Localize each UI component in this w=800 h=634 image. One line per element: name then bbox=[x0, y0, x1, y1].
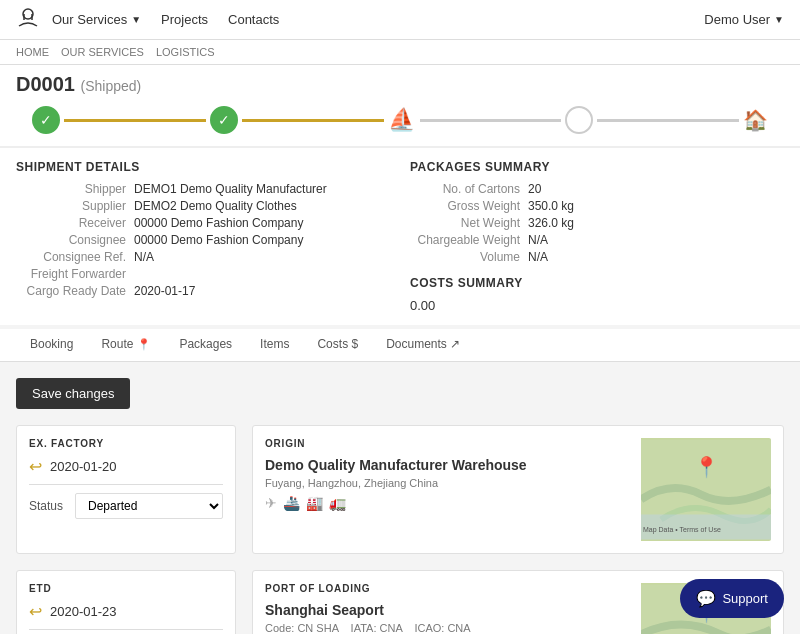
packages-summary-title: PACKAGES SUMMARY bbox=[410, 160, 784, 174]
origin-label: ORIGIN bbox=[265, 438, 641, 449]
port-codes: Code: CN SHA IATA: CNA ICAO: CNA bbox=[265, 622, 641, 634]
breadcrumb-home[interactable]: HOME bbox=[16, 46, 49, 58]
port-loading-label: PORT OF LOADING bbox=[265, 583, 641, 594]
detail-consignee-ref: Consignee Ref. N/A bbox=[16, 250, 390, 264]
page-header: D0001 (Shipped) ✓ ✓ ⛵ 🏠 bbox=[0, 65, 800, 147]
etd-label: ETD bbox=[29, 583, 223, 594]
page-title: D0001 (Shipped) bbox=[16, 73, 784, 96]
ex-factory-date: 2020-01-20 bbox=[50, 459, 117, 474]
user-menu[interactable]: Demo User ▼ bbox=[704, 12, 784, 27]
breadcrumb: HOME OUR SERVICES LOGISTICS bbox=[0, 40, 800, 65]
pkg-gross-weight: Gross Weight 350.0 kg bbox=[410, 199, 784, 213]
etd-card: ETD ↩ 2020-01-23 Status Departed Pending… bbox=[16, 570, 236, 634]
breadcrumb-our-services[interactable]: OUR SERVICES bbox=[61, 46, 144, 58]
detail-receiver: Receiver 00000 Demo Fashion Company bbox=[16, 216, 390, 230]
truck-icon: 🚛 bbox=[329, 495, 346, 511]
tab-packages[interactable]: Packages bbox=[165, 329, 246, 361]
top-navigation: Our Services ▼ Projects Contacts Demo Us… bbox=[0, 0, 800, 40]
app-logo bbox=[16, 6, 40, 33]
etd-port-loading-row: ETD ↩ 2020-01-23 Status Departed Pending… bbox=[16, 570, 784, 634]
progress-line-4 bbox=[597, 119, 739, 122]
save-button[interactable]: Save changes bbox=[16, 378, 130, 409]
chevron-down-icon: ▼ bbox=[131, 14, 141, 25]
detail-consignee: Consignee 00000 Demo Fashion Company bbox=[16, 233, 390, 247]
etd-date-row: ↩ 2020-01-23 bbox=[29, 602, 223, 621]
etd-date: 2020-01-23 bbox=[50, 604, 117, 619]
port-loading-name: Shanghai Seaport bbox=[265, 602, 641, 618]
progress-step-house: 🏠 bbox=[743, 108, 768, 132]
progress-line-1 bbox=[64, 119, 206, 122]
costs-summary-title: COSTS SUMMARY bbox=[410, 276, 784, 290]
detail-shipper: Shipper DEMO1 Demo Quality Manufacturer bbox=[16, 182, 390, 196]
origin-map: Map Data • Terms of Use 📍 bbox=[641, 438, 771, 541]
pkg-cartons: No. of Cartons 20 bbox=[410, 182, 784, 196]
warehouse-icon: 🏭 bbox=[306, 495, 323, 511]
packages-summary: PACKAGES SUMMARY No. of Cartons 20 Gross… bbox=[390, 160, 784, 313]
shipment-details-title: SHIPMENT DETAILS bbox=[16, 160, 390, 174]
ex-factory-label: EX. FACTORY bbox=[29, 438, 223, 449]
costs-summary: COSTS SUMMARY 0.00 bbox=[410, 276, 784, 313]
detail-supplier: Supplier DEMO2 Demo Quality Clothes bbox=[16, 199, 390, 213]
progress-step-3 bbox=[565, 106, 593, 134]
progress-step-2: ✓ bbox=[210, 106, 238, 134]
tab-bar: Booking Route 📍 Packages Items Costs $ D… bbox=[0, 329, 800, 362]
support-icon: 💬 bbox=[696, 589, 716, 608]
details-section: SHIPMENT DETAILS Shipper DEMO1 Demo Qual… bbox=[0, 147, 800, 325]
transport-icons: ✈ 🚢 🏭 🚛 bbox=[265, 495, 641, 511]
tab-booking[interactable]: Booking bbox=[16, 329, 87, 361]
tab-route[interactable]: Route 📍 bbox=[87, 329, 165, 361]
tab-costs[interactable]: Costs $ bbox=[303, 329, 372, 361]
support-button[interactable]: 💬 Support bbox=[680, 579, 784, 618]
origin-address: Fuyang, Hangzhou, Zhejiang China bbox=[265, 477, 641, 489]
shipment-details: SHIPMENT DETAILS Shipper DEMO1 Demo Qual… bbox=[16, 160, 390, 313]
origin-card: ORIGIN Demo Quality Manufacturer Warehou… bbox=[252, 425, 784, 554]
divider bbox=[29, 484, 223, 485]
progress-bar: ✓ ✓ ⛵ 🏠 bbox=[16, 106, 784, 146]
calendar-icon: ↩ bbox=[29, 457, 42, 476]
nav-our-services[interactable]: Our Services ▼ bbox=[52, 12, 141, 27]
map-pin: 📍 bbox=[694, 455, 719, 479]
plane-icon: ✈ bbox=[265, 495, 277, 511]
status-badge: (Shipped) bbox=[81, 78, 142, 94]
nav-projects[interactable]: Projects bbox=[161, 12, 208, 27]
tab-items[interactable]: Items bbox=[246, 329, 303, 361]
pkg-net-weight: Net Weight 326.0 kg bbox=[410, 216, 784, 230]
svg-text:Map Data • Terms of Use: Map Data • Terms of Use bbox=[643, 526, 721, 534]
breadcrumb-logistics[interactable]: LOGISTICS bbox=[156, 46, 215, 58]
ex-factory-origin-row: EX. FACTORY ↩ 2020-01-20 Status Departed… bbox=[16, 425, 784, 554]
pkg-volume: Volume N/A bbox=[410, 250, 784, 264]
calendar-icon-etd: ↩ bbox=[29, 602, 42, 621]
pkg-chargeable-weight: Chargeable Weight N/A bbox=[410, 233, 784, 247]
detail-freight-forwarder: Freight Forwarder bbox=[16, 267, 390, 281]
progress-line-3 bbox=[420, 119, 562, 122]
costs-value: 0.00 bbox=[410, 298, 784, 313]
ship-icon: 🚢 bbox=[283, 495, 300, 511]
tab-documents[interactable]: Documents ↗ bbox=[372, 329, 474, 361]
origin-name: Demo Quality Manufacturer Warehouse bbox=[265, 457, 641, 473]
progress-line-2 bbox=[242, 119, 384, 122]
divider-etd bbox=[29, 629, 223, 630]
nav-contacts[interactable]: Contacts bbox=[228, 12, 279, 27]
detail-cargo-ready-date: Cargo Ready Date 2020-01-17 bbox=[16, 284, 390, 298]
port-loading-content: PORT OF LOADING Shanghai Seaport Code: C… bbox=[265, 583, 641, 634]
support-label: Support bbox=[722, 591, 768, 606]
ex-factory-date-row: ↩ 2020-01-20 bbox=[29, 457, 223, 476]
ex-factory-card: EX. FACTORY ↩ 2020-01-20 Status Departed… bbox=[16, 425, 236, 554]
progress-step-ship: ⛵ bbox=[388, 106, 416, 134]
chevron-down-icon: ▼ bbox=[774, 14, 784, 25]
route-icon: 📍 bbox=[137, 338, 151, 351]
progress-step-1: ✓ bbox=[32, 106, 60, 134]
ex-factory-status-label: Status bbox=[29, 499, 63, 513]
origin-content: ORIGIN Demo Quality Manufacturer Warehou… bbox=[265, 438, 641, 541]
ex-factory-status-select[interactable]: Departed Pending In Transit bbox=[75, 493, 223, 519]
ex-factory-status-row: Status Departed Pending In Transit bbox=[29, 493, 223, 519]
